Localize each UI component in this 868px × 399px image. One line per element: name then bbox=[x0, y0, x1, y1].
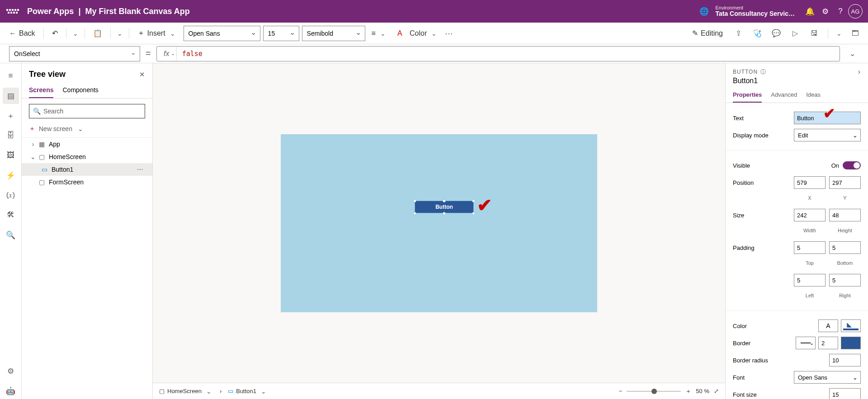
editing-mode-button[interactable]: ✎ Editing bbox=[689, 26, 726, 41]
prop-y-input[interactable] bbox=[829, 176, 861, 189]
rail-media-icon[interactable]: 🖼 bbox=[3, 147, 19, 164]
treeview-close-icon[interactable]: ✕ bbox=[139, 70, 145, 79]
treeitem-homescreen[interactable]: ⌄▢HomeScreen bbox=[22, 150, 152, 163]
zoom-in-button[interactable]: ＋ bbox=[685, 387, 691, 395]
fontweight-select[interactable]: Semibold bbox=[302, 26, 365, 41]
help-icon[interactable]: ? bbox=[833, 4, 848, 19]
fx-label[interactable]: fx bbox=[157, 47, 177, 61]
undo-button[interactable]: ↶ bbox=[48, 26, 61, 41]
prop-bordercolor-button[interactable] bbox=[841, 337, 861, 349]
align-button[interactable]: ≡ ⌄ bbox=[368, 26, 391, 41]
rail-search-icon[interactable]: 🔍 bbox=[3, 227, 19, 243]
env-value: Tata Consultancy Servic… bbox=[715, 10, 795, 17]
comments-icon[interactable]: 💬 bbox=[769, 26, 783, 41]
zoom-out-button[interactable]: − bbox=[619, 388, 623, 394]
prop-padbottom-input[interactable] bbox=[829, 241, 861, 254]
canvas-area: Button ✔ ▢HomeScreen⌄ › ▭Button1⌄ − ＋ 50… bbox=[153, 63, 725, 399]
save-options-chevron[interactable]: ⌄ bbox=[835, 30, 844, 37]
rail-treeview-icon[interactable]: ▤ bbox=[3, 88, 19, 104]
prop-borderradius-input[interactable] bbox=[829, 354, 861, 366]
prop-text-label: Text bbox=[733, 115, 794, 122]
command-bar: ← Back ↶ ⌄ 📋 ⌄ ＋ Insert ⌄ Open Sans 15 S… bbox=[0, 23, 868, 44]
treeitem-button1[interactable]: ▭Button1⋯ bbox=[22, 163, 152, 176]
tab-screens[interactable]: Screens bbox=[29, 83, 53, 98]
prop-displaymode-label: Display mode bbox=[733, 132, 794, 139]
prop-color-label: Color bbox=[733, 323, 818, 329]
crumb-screen[interactable]: ▢HomeScreen⌄ bbox=[159, 388, 213, 395]
control-type-label: BUTTONⓘ› bbox=[726, 63, 868, 77]
info-icon[interactable]: ⓘ bbox=[760, 68, 766, 76]
prop-padleft-input[interactable] bbox=[794, 274, 826, 286]
prop-padright-input[interactable] bbox=[829, 274, 861, 286]
prop-textcolor-button[interactable]: A bbox=[818, 319, 838, 332]
prop-borderwidth-input[interactable] bbox=[818, 337, 838, 349]
notifications-icon[interactable]: 🔔 bbox=[802, 4, 817, 19]
fontcolor-button[interactable]: A Color ⌄ bbox=[394, 26, 442, 41]
rail-ask-icon[interactable]: 🤖 bbox=[3, 383, 19, 399]
prop-position-label: Position bbox=[733, 179, 794, 186]
rail-data-icon[interactable]: 🗄 bbox=[3, 127, 19, 144]
back-button[interactable]: ← Back bbox=[5, 26, 39, 41]
tab-advanced[interactable]: Advanced bbox=[771, 88, 797, 103]
environment-picker[interactable]: 🌐 Environment Tata Consultancy Servic… bbox=[696, 4, 795, 19]
panel-expand-icon[interactable]: › bbox=[858, 68, 861, 76]
user-avatar[interactable]: AG bbox=[848, 4, 863, 19]
app-title: Power Apps | My First Blank Canvas App bbox=[27, 7, 190, 16]
rail-hamburger-icon[interactable]: ≡ bbox=[3, 68, 19, 84]
properties-panel: BUTTONⓘ› Button1 Properties Advanced Ide… bbox=[725, 63, 868, 399]
paste-button[interactable]: 📋 bbox=[90, 26, 106, 41]
treeitem-app[interactable]: ›▦App bbox=[22, 138, 152, 150]
overflow-button[interactable]: ⋯ bbox=[445, 28, 454, 38]
zoom-value: 50 % bbox=[696, 388, 709, 394]
tab-components[interactable]: Components bbox=[62, 83, 98, 98]
fit-to-window-icon[interactable]: ⤢ bbox=[714, 388, 719, 394]
undo-history-chevron[interactable]: ⌄ bbox=[71, 30, 80, 37]
formula-input[interactable]: false bbox=[177, 50, 840, 58]
paste-options-chevron[interactable]: ⌄ bbox=[115, 30, 124, 37]
preview-icon[interactable]: ▷ bbox=[788, 26, 802, 41]
tab-ideas[interactable]: Ideas bbox=[806, 88, 821, 103]
prop-fontsize-input[interactable] bbox=[829, 388, 861, 399]
prop-fillcolor-button[interactable] bbox=[841, 319, 861, 332]
canvas-statusbar: ▢HomeScreen⌄ › ▭Button1⌄ − ＋ 50 % ⤢ bbox=[153, 383, 725, 399]
formula-bar: OnSelect = fx false ⌄ bbox=[0, 44, 868, 63]
insert-button[interactable]: ＋ Insert ⌄ bbox=[134, 26, 181, 41]
formula-expand-chevron[interactable]: ⌄ bbox=[845, 49, 859, 58]
canvas-button-control[interactable]: Button bbox=[415, 201, 474, 213]
rail-variables-icon[interactable]: (𝑥) bbox=[3, 187, 19, 203]
zoom-slider[interactable] bbox=[627, 391, 681, 392]
rail-powerautomate-icon[interactable]: ⚡ bbox=[3, 167, 19, 183]
property-dropdown[interactable]: OnSelect bbox=[9, 46, 140, 61]
canvas-screen[interactable]: Button ✔ bbox=[281, 134, 597, 312]
checker-icon[interactable]: 🩺 bbox=[750, 26, 764, 41]
equals-icon: = bbox=[146, 48, 151, 59]
prop-padtop-input[interactable] bbox=[794, 241, 826, 254]
new-screen-button[interactable]: ＋New screen⌄ bbox=[22, 122, 152, 138]
settings-icon[interactable]: ⚙ bbox=[817, 4, 833, 19]
rail-tools-icon[interactable]: 🛠 bbox=[3, 207, 19, 223]
save-icon[interactable]: 🖫 bbox=[807, 26, 821, 41]
app-launcher-icon[interactable] bbox=[5, 9, 20, 14]
prop-displaymode-select[interactable]: Edit bbox=[794, 129, 861, 141]
prop-font-select[interactable]: Open Sans bbox=[794, 371, 861, 384]
prop-visible-toggle[interactable] bbox=[843, 161, 861, 169]
prop-borderstyle-select[interactable] bbox=[796, 337, 816, 349]
share-icon[interactable]: ⇪ bbox=[731, 26, 745, 41]
prop-font-label: Font bbox=[733, 374, 794, 381]
tab-properties[interactable]: Properties bbox=[733, 88, 762, 103]
fontsize-select[interactable]: 15 bbox=[263, 26, 299, 41]
prop-width-input[interactable] bbox=[794, 209, 826, 221]
rail-settings-icon[interactable]: ⚙ bbox=[3, 363, 19, 379]
treeitem-more-icon[interactable]: ⋯ bbox=[137, 166, 144, 173]
treeview-search-input[interactable]: 🔍Search bbox=[29, 104, 145, 118]
crumb-control[interactable]: ▭Button1⌄ bbox=[228, 388, 268, 395]
prop-x-input[interactable] bbox=[794, 176, 826, 189]
annotation-checkmark-2: ✔ bbox=[823, 105, 835, 122]
prop-fontsize-label: Font size bbox=[733, 391, 829, 398]
main: ≡ ▤ ＋ 🗄 🖼 ⚡ (𝑥) 🛠 🔍 ⚙ 🤖 Tree view ✕ Scre… bbox=[0, 63, 868, 399]
treeitem-formscreen[interactable]: ▢FormScreen bbox=[22, 176, 152, 188]
font-select[interactable]: Open Sans bbox=[184, 26, 260, 41]
publish-icon[interactable]: 🗔 bbox=[848, 26, 863, 41]
prop-height-input[interactable] bbox=[829, 209, 861, 221]
rail-insert-icon[interactable]: ＋ bbox=[3, 108, 19, 124]
